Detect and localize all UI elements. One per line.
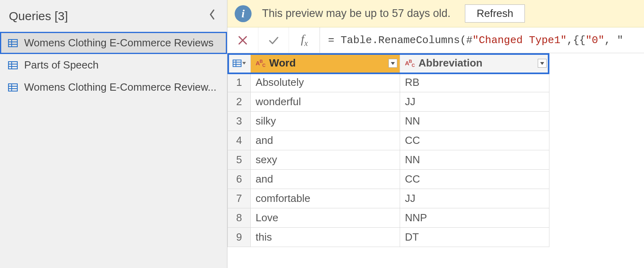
cell-abbr[interactable]: JJ <box>400 189 549 208</box>
select-all-corner[interactable] <box>228 54 251 73</box>
query-label: Parts of Speech <box>24 59 99 71</box>
table-icon <box>8 83 18 92</box>
column-header-row: ABC Word ABC Abbreviation <box>228 54 549 73</box>
column-header-word[interactable]: ABC Word <box>251 54 400 73</box>
query-label: Womens Clothing E-Commerce Review... <box>24 81 217 93</box>
cancel-formula-button[interactable] <box>227 27 258 53</box>
banner-text: This preview may be up to 57 days old. <box>262 7 450 20</box>
cell-word[interactable]: wonderful <box>251 92 400 112</box>
chevron-left-icon <box>208 9 216 20</box>
table-icon <box>233 59 242 68</box>
table-row[interactable]: 3silkyNN <box>228 112 549 131</box>
data-grid: ABC Word ABC Abbreviation <box>227 53 549 247</box>
main-panel: i This preview may be up to 57 days old.… <box>227 0 644 268</box>
cell-abbr[interactable]: JJ <box>400 92 549 112</box>
cell-abbr[interactable]: NN <box>400 150 549 170</box>
formula-bar-buttons: fx <box>227 27 320 53</box>
row-number: 1 <box>228 73 251 92</box>
table-icon <box>8 38 18 48</box>
svg-rect-8 <box>8 84 17 91</box>
row-number: 9 <box>228 228 251 247</box>
query-label: Womens Clothing E-Commerce Reviews <box>24 37 214 49</box>
column-name: Abbreviation <box>419 57 483 69</box>
svg-rect-4 <box>8 62 17 69</box>
cell-abbr[interactable]: NN <box>400 112 549 131</box>
formula-bar: fx = Table.RenameColumns(#"Changed Type1… <box>227 27 644 53</box>
collapse-sidebar-button[interactable] <box>204 7 220 25</box>
formula-input[interactable]: = Table.RenameColumns(#"Changed Type1",{… <box>320 34 644 46</box>
table-row[interactable]: 4andCC <box>228 131 549 150</box>
column-filter-button[interactable] <box>538 59 547 68</box>
info-icon: i <box>235 5 252 22</box>
row-number: 8 <box>228 208 251 228</box>
table-row[interactable]: 2wonderfulJJ <box>228 92 549 112</box>
cell-abbr[interactable]: CC <box>400 170 549 189</box>
cell-abbr[interactable]: NNP <box>400 208 549 228</box>
text-type-icon: ABC <box>256 59 265 68</box>
query-item-womens-clothing-review-2[interactable]: Womens Clothing E-Commerce Review... <box>0 76 227 98</box>
row-number: 6 <box>228 170 251 189</box>
row-number: 3 <box>228 112 251 131</box>
svg-marker-20 <box>540 62 544 65</box>
table-row[interactable]: 9thisDT <box>228 228 549 247</box>
query-item-parts-of-speech[interactable]: Parts of Speech <box>0 54 227 76</box>
queries-sidebar: Queries [3] Womens Clothing E-Commerce R… <box>0 0 227 268</box>
sidebar-header: Queries [3] <box>0 0 227 32</box>
cell-word[interactable]: this <box>251 228 400 247</box>
svg-rect-14 <box>233 60 241 66</box>
fx-button[interactable]: fx <box>289 27 320 53</box>
cell-word[interactable]: sexy <box>251 150 400 170</box>
chevron-down-icon <box>242 61 246 65</box>
cell-word[interactable]: and <box>251 170 400 189</box>
check-icon <box>268 35 279 46</box>
cell-abbr[interactable]: RB <box>400 73 549 92</box>
table-row[interactable]: 1AbsolutelyRB <box>228 73 549 92</box>
table-icon <box>8 60 18 70</box>
chevron-down-icon <box>540 61 545 65</box>
table-row[interactable]: 5sexyNN <box>228 150 549 170</box>
accept-formula-button[interactable] <box>258 27 289 53</box>
fx-icon: fx <box>301 32 308 48</box>
cell-word[interactable]: comfortable <box>251 189 400 208</box>
column-header-abbreviation[interactable]: ABC Abbreviation <box>400 54 549 73</box>
refresh-button[interactable]: Refresh <box>465 4 525 23</box>
query-list: Womens Clothing E-Commerce Reviews Parts… <box>0 32 227 98</box>
data-grid-wrap: ABC Word ABC Abbreviation <box>227 53 644 247</box>
row-number: 5 <box>228 150 251 170</box>
column-filter-button[interactable] <box>388 59 397 68</box>
text-type-icon: ABC <box>405 59 415 68</box>
cell-word[interactable]: Absolutely <box>251 73 400 92</box>
table-row[interactable]: 6andCC <box>228 170 549 189</box>
table-row[interactable]: 7comfortableJJ <box>228 189 549 208</box>
sidebar-title: Queries [3] <box>9 9 68 23</box>
svg-marker-19 <box>391 62 395 65</box>
row-number: 2 <box>228 92 251 112</box>
row-number: 7 <box>228 189 251 208</box>
cell-word[interactable]: silky <box>251 112 400 131</box>
row-number: 4 <box>228 131 251 150</box>
column-name: Word <box>269 57 296 69</box>
query-item-womens-clothing-reviews[interactable]: Womens Clothing E-Commerce Reviews <box>0 32 227 54</box>
cell-abbr[interactable]: CC <box>400 131 549 150</box>
cell-word[interactable]: and <box>251 131 400 150</box>
svg-marker-18 <box>242 62 246 64</box>
table-row[interactable]: 8LoveNNP <box>228 208 549 228</box>
svg-rect-0 <box>8 39 17 47</box>
cell-abbr[interactable]: DT <box>400 228 549 247</box>
app-root: Queries [3] Womens Clothing E-Commerce R… <box>0 0 644 268</box>
cell-word[interactable]: Love <box>251 208 400 228</box>
close-icon <box>237 35 248 46</box>
stale-preview-banner: i This preview may be up to 57 days old.… <box>227 0 644 27</box>
chevron-down-icon <box>390 61 395 65</box>
